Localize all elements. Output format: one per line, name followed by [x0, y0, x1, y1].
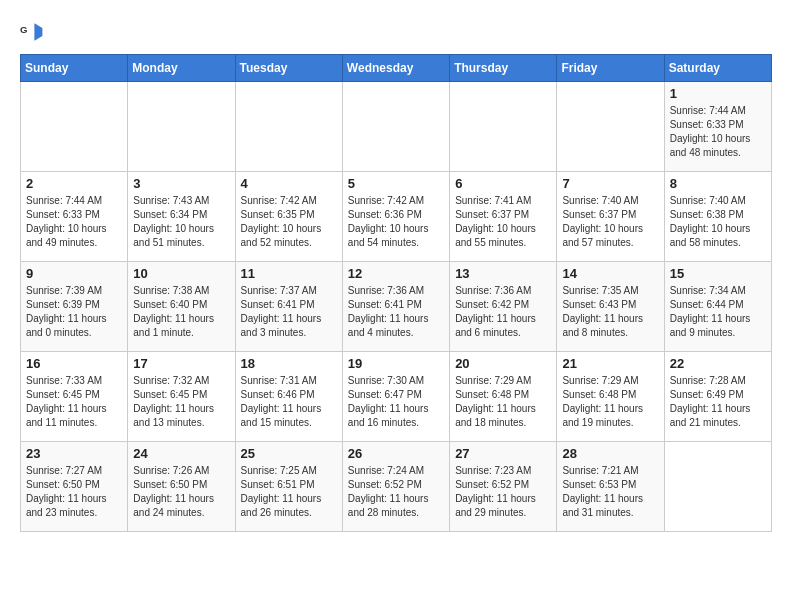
calendar-cell: 8Sunrise: 7:40 AM Sunset: 6:38 PM Daylig…: [664, 172, 771, 262]
week-row-4: 16Sunrise: 7:33 AM Sunset: 6:45 PM Dayli…: [21, 352, 772, 442]
weekday-header-tuesday: Tuesday: [235, 55, 342, 82]
cell-info: Sunrise: 7:40 AM Sunset: 6:38 PM Dayligh…: [670, 194, 766, 250]
cell-info: Sunrise: 7:36 AM Sunset: 6:42 PM Dayligh…: [455, 284, 551, 340]
cell-info: Sunrise: 7:34 AM Sunset: 6:44 PM Dayligh…: [670, 284, 766, 340]
calendar-cell: 24Sunrise: 7:26 AM Sunset: 6:50 PM Dayli…: [128, 442, 235, 532]
calendar-table: SundayMondayTuesdayWednesdayThursdayFrid…: [20, 54, 772, 532]
calendar-cell: 13Sunrise: 7:36 AM Sunset: 6:42 PM Dayli…: [450, 262, 557, 352]
cell-info: Sunrise: 7:32 AM Sunset: 6:45 PM Dayligh…: [133, 374, 229, 430]
weekday-header-friday: Friday: [557, 55, 664, 82]
day-number: 17: [133, 356, 229, 371]
calendar-cell: [342, 82, 449, 172]
calendar-cell: [235, 82, 342, 172]
calendar-cell: 12Sunrise: 7:36 AM Sunset: 6:41 PM Dayli…: [342, 262, 449, 352]
weekday-header-wednesday: Wednesday: [342, 55, 449, 82]
cell-info: Sunrise: 7:42 AM Sunset: 6:36 PM Dayligh…: [348, 194, 444, 250]
calendar-cell: 15Sunrise: 7:34 AM Sunset: 6:44 PM Dayli…: [664, 262, 771, 352]
day-number: 11: [241, 266, 337, 281]
day-number: 22: [670, 356, 766, 371]
day-number: 7: [562, 176, 658, 191]
day-number: 9: [26, 266, 122, 281]
calendar-cell: 3Sunrise: 7:43 AM Sunset: 6:34 PM Daylig…: [128, 172, 235, 262]
calendar-cell: [664, 442, 771, 532]
day-number: 16: [26, 356, 122, 371]
svg-text:G: G: [20, 24, 27, 35]
week-row-1: 1Sunrise: 7:44 AM Sunset: 6:33 PM Daylig…: [21, 82, 772, 172]
calendar-cell: [128, 82, 235, 172]
cell-info: Sunrise: 7:33 AM Sunset: 6:45 PM Dayligh…: [26, 374, 122, 430]
day-number: 5: [348, 176, 444, 191]
day-number: 10: [133, 266, 229, 281]
cell-info: Sunrise: 7:44 AM Sunset: 6:33 PM Dayligh…: [26, 194, 122, 250]
week-row-2: 2Sunrise: 7:44 AM Sunset: 6:33 PM Daylig…: [21, 172, 772, 262]
cell-info: Sunrise: 7:25 AM Sunset: 6:51 PM Dayligh…: [241, 464, 337, 520]
cell-info: Sunrise: 7:29 AM Sunset: 6:48 PM Dayligh…: [455, 374, 551, 430]
cell-info: Sunrise: 7:41 AM Sunset: 6:37 PM Dayligh…: [455, 194, 551, 250]
calendar-cell: 18Sunrise: 7:31 AM Sunset: 6:46 PM Dayli…: [235, 352, 342, 442]
cell-info: Sunrise: 7:24 AM Sunset: 6:52 PM Dayligh…: [348, 464, 444, 520]
calendar-cell: 10Sunrise: 7:38 AM Sunset: 6:40 PM Dayli…: [128, 262, 235, 352]
calendar-cell: [557, 82, 664, 172]
calendar-cell: 21Sunrise: 7:29 AM Sunset: 6:48 PM Dayli…: [557, 352, 664, 442]
calendar-cell: 2Sunrise: 7:44 AM Sunset: 6:33 PM Daylig…: [21, 172, 128, 262]
cell-info: Sunrise: 7:36 AM Sunset: 6:41 PM Dayligh…: [348, 284, 444, 340]
calendar-cell: 9Sunrise: 7:39 AM Sunset: 6:39 PM Daylig…: [21, 262, 128, 352]
calendar-cell: 11Sunrise: 7:37 AM Sunset: 6:41 PM Dayli…: [235, 262, 342, 352]
day-number: 25: [241, 446, 337, 461]
day-number: 18: [241, 356, 337, 371]
day-number: 23: [26, 446, 122, 461]
header: G: [20, 20, 772, 44]
cell-info: Sunrise: 7:29 AM Sunset: 6:48 PM Dayligh…: [562, 374, 658, 430]
cell-info: Sunrise: 7:39 AM Sunset: 6:39 PM Dayligh…: [26, 284, 122, 340]
calendar-cell: 5Sunrise: 7:42 AM Sunset: 6:36 PM Daylig…: [342, 172, 449, 262]
day-number: 24: [133, 446, 229, 461]
weekday-header-thursday: Thursday: [450, 55, 557, 82]
cell-info: Sunrise: 7:43 AM Sunset: 6:34 PM Dayligh…: [133, 194, 229, 250]
calendar-cell: [21, 82, 128, 172]
week-row-5: 23Sunrise: 7:27 AM Sunset: 6:50 PM Dayli…: [21, 442, 772, 532]
cell-info: Sunrise: 7:38 AM Sunset: 6:40 PM Dayligh…: [133, 284, 229, 340]
cell-info: Sunrise: 7:28 AM Sunset: 6:49 PM Dayligh…: [670, 374, 766, 430]
day-number: 6: [455, 176, 551, 191]
day-number: 20: [455, 356, 551, 371]
day-number: 12: [348, 266, 444, 281]
calendar-cell: 16Sunrise: 7:33 AM Sunset: 6:45 PM Dayli…: [21, 352, 128, 442]
day-number: 4: [241, 176, 337, 191]
cell-info: Sunrise: 7:31 AM Sunset: 6:46 PM Dayligh…: [241, 374, 337, 430]
calendar-cell: 22Sunrise: 7:28 AM Sunset: 6:49 PM Dayli…: [664, 352, 771, 442]
logo-icon: G: [20, 20, 44, 44]
weekday-header-row: SundayMondayTuesdayWednesdayThursdayFrid…: [21, 55, 772, 82]
cell-info: Sunrise: 7:26 AM Sunset: 6:50 PM Dayligh…: [133, 464, 229, 520]
day-number: 3: [133, 176, 229, 191]
day-number: 8: [670, 176, 766, 191]
cell-info: Sunrise: 7:30 AM Sunset: 6:47 PM Dayligh…: [348, 374, 444, 430]
calendar-cell: 17Sunrise: 7:32 AM Sunset: 6:45 PM Dayli…: [128, 352, 235, 442]
cell-info: Sunrise: 7:44 AM Sunset: 6:33 PM Dayligh…: [670, 104, 766, 160]
calendar-cell: 26Sunrise: 7:24 AM Sunset: 6:52 PM Dayli…: [342, 442, 449, 532]
day-number: 2: [26, 176, 122, 191]
calendar-cell: 27Sunrise: 7:23 AM Sunset: 6:52 PM Dayli…: [450, 442, 557, 532]
calendar-cell: 20Sunrise: 7:29 AM Sunset: 6:48 PM Dayli…: [450, 352, 557, 442]
week-row-3: 9Sunrise: 7:39 AM Sunset: 6:39 PM Daylig…: [21, 262, 772, 352]
day-number: 15: [670, 266, 766, 281]
calendar-cell: 4Sunrise: 7:42 AM Sunset: 6:35 PM Daylig…: [235, 172, 342, 262]
day-number: 14: [562, 266, 658, 281]
calendar-cell: 14Sunrise: 7:35 AM Sunset: 6:43 PM Dayli…: [557, 262, 664, 352]
cell-info: Sunrise: 7:23 AM Sunset: 6:52 PM Dayligh…: [455, 464, 551, 520]
cell-info: Sunrise: 7:42 AM Sunset: 6:35 PM Dayligh…: [241, 194, 337, 250]
weekday-header-monday: Monday: [128, 55, 235, 82]
day-number: 28: [562, 446, 658, 461]
day-number: 13: [455, 266, 551, 281]
day-number: 19: [348, 356, 444, 371]
day-number: 27: [455, 446, 551, 461]
calendar-cell: [450, 82, 557, 172]
cell-info: Sunrise: 7:27 AM Sunset: 6:50 PM Dayligh…: [26, 464, 122, 520]
calendar-cell: 23Sunrise: 7:27 AM Sunset: 6:50 PM Dayli…: [21, 442, 128, 532]
day-number: 26: [348, 446, 444, 461]
weekday-header-saturday: Saturday: [664, 55, 771, 82]
cell-info: Sunrise: 7:37 AM Sunset: 6:41 PM Dayligh…: [241, 284, 337, 340]
cell-info: Sunrise: 7:40 AM Sunset: 6:37 PM Dayligh…: [562, 194, 658, 250]
day-number: 1: [670, 86, 766, 101]
logo: G: [20, 20, 48, 44]
cell-info: Sunrise: 7:21 AM Sunset: 6:53 PM Dayligh…: [562, 464, 658, 520]
